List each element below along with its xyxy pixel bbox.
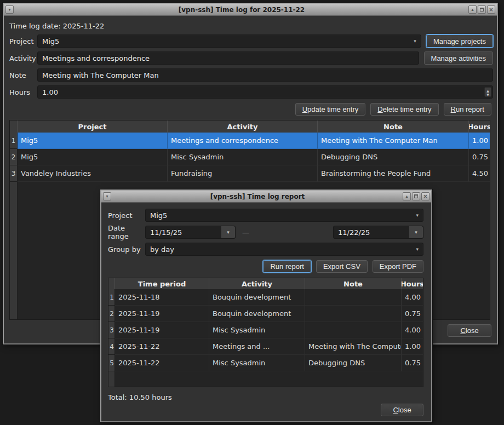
hours-label: Hours	[9, 88, 37, 96]
chevron-down-icon: ▾	[414, 38, 416, 44]
header-activity: Activity	[209, 278, 305, 289]
report-table: Time period Activity Note Hours 1 2025-1…	[108, 278, 423, 387]
note-label: Note	[9, 71, 37, 79]
window-menu-icon[interactable]: ▾	[103, 192, 111, 200]
maximize-icon[interactable]	[478, 5, 486, 14]
activity-value: Meetings and correspondence	[42, 54, 150, 62]
dialog-close-button[interactable]: Close	[381, 404, 423, 416]
maximize-icon[interactable]	[412, 192, 420, 200]
report-row[interactable]: 2 2025-11-19 Bouquin development 0.75	[108, 306, 423, 322]
table-header: Project Activity Note Hours	[10, 120, 490, 133]
manage-activities-button[interactable]: Manage activities	[424, 51, 493, 65]
date-range-separator: —	[242, 228, 249, 237]
main-titlebar[interactable]: ▾ [vpn-ssh] Time log for 2025-11-22 ▴ ×	[4, 4, 497, 16]
header-note: Note	[305, 278, 402, 289]
total-hours-label: Total: 10.50 hours	[108, 393, 423, 402]
dialog-run-report-button[interactable]: Run report	[263, 260, 311, 273]
export-csv-button[interactable]: Export CSV	[316, 260, 368, 273]
dialog-close-row: Close	[108, 404, 423, 416]
report-table-header: Time period Activity Note Hours	[108, 278, 423, 289]
close-icon[interactable]: ×	[487, 5, 495, 14]
report-project-value: Mig5	[150, 211, 167, 220]
report-row[interactable]: 1 2025-11-18 Bouquin development 4.00	[108, 289, 423, 306]
update-time-entry-button[interactable]: Update time entry	[295, 103, 366, 116]
corner-cell	[10, 120, 18, 133]
report-row[interactable]: 4 2025-11-22 Meetings and ... Meeting wi…	[108, 338, 423, 355]
window-menu-icon[interactable]: ▾	[5, 5, 14, 14]
report-project-select[interactable]: Mig5 ▾	[145, 209, 423, 222]
run-report-button[interactable]: Run report	[444, 103, 491, 116]
activity-input[interactable]: Meetings and correspondence	[37, 51, 419, 65]
table-row[interactable]: 3 Vandeley Industries Fundraising Brains…	[10, 165, 490, 182]
project-row: Project Mig5 ▾ Manage projects	[9, 35, 493, 48]
group-by-value: by day	[150, 245, 174, 254]
hours-value: 1.00	[42, 88, 58, 96]
date-from-select[interactable]: 11/15/25 ▾	[145, 226, 236, 239]
spin-up-icon[interactable]: ▲	[486, 89, 489, 93]
spin-down-icon[interactable]: ▼	[486, 93, 489, 96]
group-by-label: Group by	[108, 245, 145, 254]
row-number[interactable]: 3	[108, 322, 115, 338]
date-from-value: 11/15/25	[150, 228, 182, 237]
report-actions: Run report Export CSV Export PDF	[108, 260, 423, 273]
report-project-label: Project	[108, 211, 145, 220]
report-row[interactable]: 5 2025-11-22 Misc Sysadmin Debugging DNS…	[108, 355, 423, 371]
note-input[interactable]: Meeting with The Computer Man	[37, 68, 493, 82]
dialog-titlebar[interactable]: ▾ [vpn-ssh] Time log report ▴ ×	[101, 191, 431, 203]
chevron-down-icon: ▾	[416, 246, 419, 252]
date-range-label: Date range	[108, 224, 145, 240]
manage-projects-button[interactable]: Manage projects	[426, 35, 493, 48]
shade-icon[interactable]: ▴	[403, 192, 411, 200]
date-range-row: Date range 11/15/25 ▾ — 11/22/25 ▾	[108, 226, 423, 239]
row-number[interactable]: 3	[10, 165, 18, 182]
chevron-down-icon[interactable]: ▾	[409, 226, 423, 238]
project-select[interactable]: Mig5 ▾	[37, 35, 421, 48]
note-value: Meeting with The Computer Man	[42, 71, 159, 79]
activity-label: Activity	[9, 54, 37, 62]
header-hours: Hours	[402, 278, 423, 289]
chevron-down-icon: ▾	[416, 213, 419, 218]
hours-row: Hours 1.00 ▲ ▼	[9, 85, 493, 99]
project-value: Mig5	[42, 37, 59, 45]
group-by-select[interactable]: by day ▾	[145, 243, 423, 256]
delete-time-entry-button[interactable]: Delete time entry	[370, 103, 438, 116]
row-number[interactable]: 4	[108, 338, 115, 355]
entry-actions: Update time entry Delete time entry Run …	[9, 103, 491, 116]
row-number[interactable]: 1	[10, 133, 18, 149]
header-hours: Hours	[469, 120, 490, 133]
report-project-row: Project Mig5 ▾	[108, 209, 423, 222]
table-row[interactable]: 2 Mig5 Misc Sysadmin Debugging DNS 0.75	[10, 149, 490, 165]
header-activity: Activity	[168, 120, 318, 133]
corner-cell	[108, 278, 115, 289]
main-window-title: [vpn-ssh] Time log for 2025-11-22	[16, 6, 467, 14]
spinner-arrows[interactable]: ▲ ▼	[484, 87, 491, 97]
report-table-body: 1 2025-11-18 Bouquin development 4.00 2 …	[108, 289, 423, 387]
shade-icon[interactable]: ▴	[468, 5, 477, 14]
header-note: Note	[318, 120, 469, 133]
chevron-down-icon[interactable]: ▾	[221, 226, 235, 238]
export-pdf-button[interactable]: Export PDF	[373, 260, 423, 273]
header-project: Project	[18, 120, 168, 133]
note-row: Note Meeting with The Computer Man	[9, 68, 493, 82]
row-number[interactable]: 1	[108, 289, 115, 306]
time-log-date-label: Time log date: 2025-11-22	[9, 22, 493, 31]
project-label: Project	[9, 37, 37, 45]
hours-spinner[interactable]: 1.00 ▲ ▼	[37, 85, 493, 99]
close-icon[interactable]: ×	[421, 192, 429, 200]
report-dialog: ▾ [vpn-ssh] Time log report ▴ × Project …	[100, 189, 432, 422]
date-to-value: 11/22/25	[338, 228, 370, 237]
dialog-title: [vpn-ssh] Time log report	[113, 193, 402, 200]
report-row[interactable]: 3 2025-11-19 Misc Sysadmin 4.00	[108, 322, 423, 338]
group-by-row: Group by by day ▾	[108, 243, 423, 256]
row-number[interactable]: 5	[108, 355, 115, 371]
date-to-select[interactable]: 11/22/25 ▾	[333, 226, 423, 239]
header-time-period: Time period	[115, 278, 209, 289]
main-close-button[interactable]: Close	[448, 324, 491, 337]
activity-row: Activity Meetings and correspondence Man…	[9, 51, 493, 65]
table-row[interactable]: 1 Mig5 Meetings and correspondence Meeti…	[10, 133, 490, 149]
row-number[interactable]: 2	[108, 306, 115, 322]
dialog-content: Project Mig5 ▾ Date range 11/15/25 ▾ — 1…	[101, 203, 431, 421]
row-number[interactable]: 2	[10, 149, 18, 165]
